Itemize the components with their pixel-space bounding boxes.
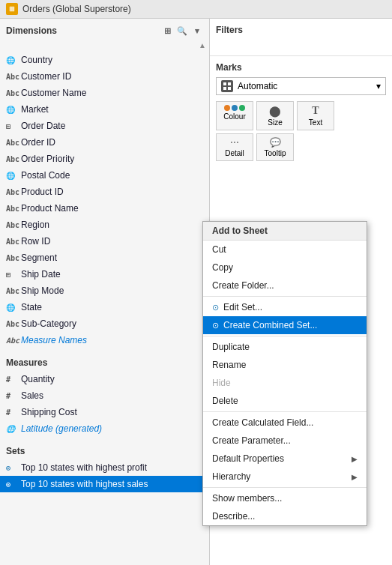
field-state[interactable]: 🌐 State — [0, 299, 209, 315]
field-ship-date[interactable]: ⊞ Ship Date — [0, 266, 209, 282]
size-icon: ⬤ — [269, 105, 281, 117]
marks-label: Marks — [216, 62, 386, 73]
set-profit-icon: ⊙ — [6, 464, 21, 472]
customer-name-type-icon: Abc — [6, 89, 21, 97]
ctx-create-folder[interactable]: Create Folder... — [203, 277, 367, 294]
ctx-hierarchy[interactable]: Hierarchy ▶ — [203, 468, 367, 486]
shipping-cost-label: Shipping Cost — [21, 407, 77, 417]
field-region[interactable]: Abc Region — [0, 217, 209, 233]
filters-label: Filters — [216, 25, 386, 35]
svg-rect-2 — [223, 87, 226, 90]
field-latitude[interactable]: 🌐 Latitude (generated) — [0, 420, 209, 437]
ctx-rename[interactable]: Rename — [203, 356, 367, 374]
size-label: Size — [268, 118, 282, 127]
state-type-icon: 🌐 — [6, 303, 21, 312]
ctx-hide[interactable]: Hide — [203, 374, 367, 392]
ship-date-label: Ship Date — [21, 269, 61, 280]
set-sales-label: Top 10 states with highest sales — [21, 479, 148, 489]
ctx-create-combined-set[interactable]: ⊙Create Combined Set... — [203, 316, 367, 334]
sets-label: Sets — [6, 446, 25, 456]
ctx-default-properties[interactable]: Default Properties ▶ — [203, 450, 367, 468]
default-properties-arrow: ▶ — [352, 455, 358, 463]
segment-label: Segment — [21, 253, 57, 263]
field-order-priority[interactable]: Abc Order Priority — [0, 151, 209, 167]
field-product-id[interactable]: Abc Product ID — [0, 184, 209, 200]
field-order-id[interactable]: Abc Order ID — [0, 134, 209, 151]
set-top10-profit[interactable]: ⊙ Top 10 states with highest profit — [0, 459, 209, 476]
field-ship-mode[interactable]: Abc Ship Mode — [0, 282, 209, 299]
field-order-date[interactable]: ⊞ Order Date — [0, 118, 209, 134]
field-customer-name[interactable]: Abc Customer Name — [0, 85, 209, 101]
product-id-label: Product ID — [21, 187, 64, 197]
ctx-create-calculated-field[interactable]: Create Calculated Field... — [203, 414, 367, 432]
text-label: Text — [309, 118, 322, 127]
text-marks-icon: T — [312, 105, 319, 117]
title-bar: ⊞ Orders (Global Superstore) — [0, 0, 392, 19]
set-profit-label: Top 10 states with highest profit — [21, 462, 147, 473]
dimensions-grid-icon[interactable]: ⊞ — [161, 25, 173, 37]
ship-mode-type-icon: Abc — [6, 287, 21, 295]
measure-names-label: Measure Names — [21, 335, 87, 345]
sets-section: Sets ⊙ Top 10 states with highest profit… — [0, 440, 209, 492]
svg-rect-0 — [223, 82, 226, 85]
dimensions-search-icon[interactable]: 🔍 — [176, 25, 188, 37]
svg-rect-3 — [228, 87, 231, 90]
hierarchy-arrow: ▶ — [352, 473, 358, 481]
region-type-icon: Abc — [6, 221, 21, 229]
ctx-delete[interactable]: Delete — [203, 392, 367, 410]
field-shipping-cost[interactable]: # Shipping Cost — [0, 404, 209, 420]
dimensions-expand-icon[interactable]: ▾ — [191, 25, 203, 37]
field-product-name[interactable]: Abc Product Name — [0, 200, 209, 217]
ctx-duplicate[interactable]: Duplicate — [203, 338, 367, 356]
sales-type-icon: # — [6, 392, 21, 400]
colour-label: Colour — [223, 112, 245, 121]
order-priority-label: Order Priority — [21, 154, 74, 164]
field-segment[interactable]: Abc Segment — [0, 250, 209, 266]
measure-names-type-icon: Abc — [6, 336, 21, 345]
marks-dropdown-arrow: ▾ — [376, 81, 381, 91]
field-market[interactable]: 🌐 Market — [0, 101, 209, 118]
sub-category-label: Sub-Category — [21, 318, 76, 329]
left-panel: Dimensions ⊞ 🔍 ▾ ▲ 🌐 Country Abc Custome… — [0, 19, 210, 565]
marks-size-btn[interactable]: ⬤ Size — [256, 101, 294, 130]
quantity-type-icon: # — [6, 375, 21, 384]
ctx-create-parameter[interactable]: Create Parameter... — [203, 432, 367, 450]
ctx-show-members[interactable]: Show members... — [203, 489, 367, 507]
marks-tooltip-btn[interactable]: 💬 Tooltip — [256, 133, 294, 161]
row-id-type-icon: Abc — [6, 238, 21, 246]
field-row-id[interactable]: Abc Row ID — [0, 233, 209, 250]
latitude-type-icon: 🌐 — [6, 425, 21, 433]
field-customer-id[interactable]: Abc Customer ID — [0, 68, 209, 85]
customer-id-type-icon: Abc — [6, 73, 21, 81]
ship-date-type-icon: ⊞ — [6, 271, 21, 279]
segment-type-icon: Abc — [6, 254, 21, 262]
ctx-describe[interactable]: Describe... — [203, 507, 367, 525]
quantity-label: Quantity — [21, 374, 55, 384]
scroll-up-btn[interactable]: ▲ — [199, 41, 206, 49]
field-measure-names[interactable]: Abc Measure Names — [0, 332, 209, 348]
marks-dropdown[interactable]: Automatic ▾ — [216, 77, 386, 95]
detail-label: Detail — [225, 149, 244, 157]
state-label: State — [21, 302, 42, 312]
context-menu: Add to Sheet Cut Copy Create Folder... ⊙… — [202, 221, 367, 526]
ctx-edit-set[interactable]: ⊙Edit Set... — [203, 298, 367, 316]
measures-section: Measures # Quantity # Sales # Shipping C… — [0, 351, 209, 437]
svg-rect-1 — [228, 82, 231, 85]
sales-label: Sales — [21, 390, 43, 401]
field-sub-category[interactable]: Abc Sub-Category — [0, 315, 209, 332]
field-country[interactable]: 🌐 Country — [0, 52, 209, 68]
field-postal-code[interactable]: 🌐 Postal Code — [0, 167, 209, 184]
field-sales[interactable]: # Sales — [0, 387, 209, 404]
detail-icon: ⋯ — [230, 137, 239, 148]
ctx-copy[interactable]: Copy — [203, 259, 367, 277]
set-top10-sales[interactable]: ⊙ Top 10 states with highest sales — [0, 476, 209, 492]
marks-text-btn[interactable]: T Text — [297, 101, 334, 130]
field-quantity[interactable]: # Quantity — [0, 371, 209, 387]
marks-colour-btn[interactable]: Colour — [216, 101, 253, 130]
title-text: Orders (Global Superstore) — [22, 4, 131, 14]
automatic-icon — [221, 80, 233, 92]
product-name-label: Product Name — [21, 203, 79, 214]
tooltip-label: Tooltip — [265, 149, 286, 157]
ctx-cut[interactable]: Cut — [203, 241, 367, 259]
marks-detail-btn[interactable]: ⋯ Detail — [216, 133, 253, 161]
